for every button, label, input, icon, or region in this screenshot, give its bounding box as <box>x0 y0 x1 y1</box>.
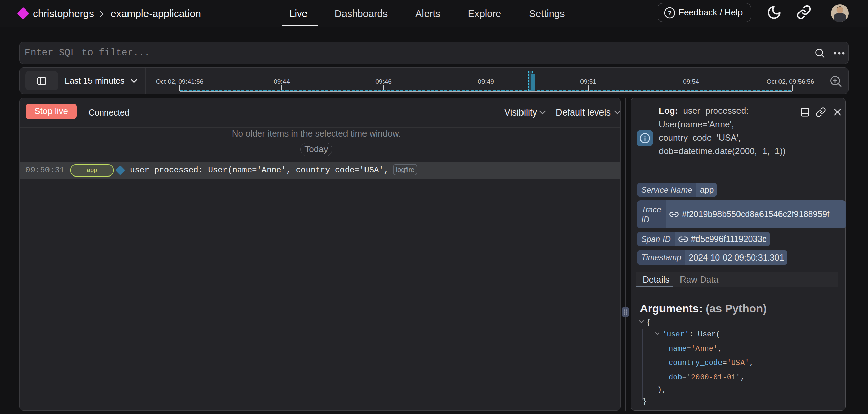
svg-text:?: ? <box>668 9 672 17</box>
